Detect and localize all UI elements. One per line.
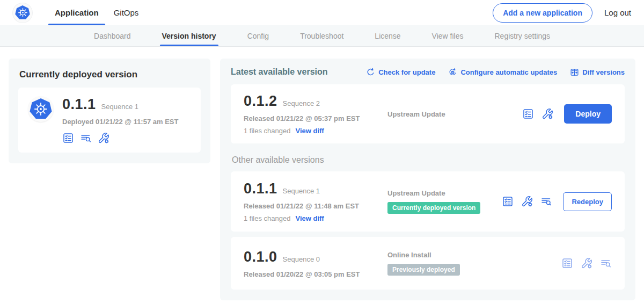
tab-gitops[interactable]: GitOps [106, 0, 147, 25]
diff-log-icon[interactable] [540, 196, 552, 207]
deployed-version-info: 0.1.1 Sequence 1 Deployed 01/21/22 @ 11:… [62, 96, 178, 144]
subnav-label: Troubleshoot [300, 32, 343, 40]
deployed-timestamp: Deployed 01/21/22 @ 11:57 am EST [62, 118, 178, 126]
version-card-0-1-1: 0.1.1 Sequence 1 Released 01/21/22 @ 11:… [231, 171, 625, 232]
subnav-label: View files [432, 32, 464, 40]
version-number: 0.1.2 [244, 93, 277, 110]
version-actions [561, 257, 612, 269]
source-label: Upstream Update [387, 110, 445, 118]
subnav-tab-dashboard[interactable]: Dashboard [94, 25, 131, 46]
main-content: Currently deployed version 0.1.1 Sequenc… [0, 47, 644, 303]
released-timestamp: Released 01/21/22 @ 05:37 pm EST [244, 114, 387, 122]
subnav-tab-view-files[interactable]: View files [432, 25, 464, 46]
diff-versions-label: Diff versions [582, 68, 625, 76]
subnav-tab-version-history[interactable]: Version history [162, 25, 216, 46]
subnav-tab-troubleshoot[interactable]: Troubleshoot [300, 25, 343, 46]
subnav-label: Config [247, 32, 269, 40]
subnav-label: License [375, 32, 400, 40]
schedule-refresh-icon [448, 68, 457, 77]
deployed-version-card: 0.1.1 Sequence 1 Deployed 01/21/22 @ 11:… [18, 88, 201, 153]
currently-deployed-badge: Currently deployed version [387, 202, 480, 214]
tab-application[interactable]: Application [47, 0, 106, 25]
other-versions-title: Other available versions [232, 155, 625, 165]
released-timestamp: Released 01/20/22 @ 03:05 pm EST [244, 270, 387, 278]
checklist-icon[interactable] [561, 257, 573, 269]
version-source: Upstream Update [387, 110, 522, 118]
version-source: Online Install Previously deployed [387, 251, 561, 276]
version-card-0-1-0: 0.1.0 Sequence 0 Released 01/20/22 @ 03:… [231, 237, 625, 290]
configure-updates-label: Configure automatic updates [460, 68, 557, 76]
version-info: 0.1.0 Sequence 0 Released 01/20/22 @ 03:… [244, 249, 387, 278]
available-panel-header: Latest available version Check for updat… [231, 67, 625, 77]
app-subnav: Dashboard Version history Config Trouble… [0, 25, 644, 47]
config-wrench-icon[interactable] [521, 196, 533, 207]
header-actions: Check for update Configure automatic upd… [366, 68, 625, 77]
subnav-label: Version history [162, 32, 216, 40]
kubernetes-logo [13, 3, 32, 23]
tab-gitops-label: GitOps [114, 8, 139, 17]
checklist-icon[interactable] [522, 108, 534, 120]
deployed-action-icons [62, 132, 178, 144]
files-changed-label: 1 files changed [244, 127, 290, 135]
app-logo [28, 96, 54, 122]
top-tabs: Application GitOps [47, 0, 146, 25]
source-label: Online Install [387, 251, 431, 259]
deployed-version-number: 0.1.1 [62, 96, 96, 113]
deployed-sequence: Sequence 1 [101, 103, 138, 111]
currently-deployed-panel: Currently deployed version 0.1.1 Sequenc… [9, 59, 210, 163]
diff-log-icon[interactable] [600, 257, 612, 269]
version-info: 0.1.1 Sequence 1 Released 01/21/22 @ 11:… [244, 181, 387, 222]
version-actions: Redeploy [502, 192, 612, 211]
latest-available-title: Latest available version [231, 67, 328, 77]
checklist-icon[interactable] [62, 132, 74, 144]
version-card-0-1-2: 0.1.2 Sequence 2 Released 01/21/22 @ 05:… [231, 84, 625, 143]
files-changed-label: 1 files changed [244, 214, 290, 222]
refresh-icon [366, 68, 375, 77]
configure-automatic-updates-link[interactable]: Configure automatic updates [448, 68, 557, 77]
version-info: 0.1.2 Sequence 2 Released 01/21/22 @ 05:… [244, 93, 387, 135]
config-wrench-icon[interactable] [581, 257, 592, 269]
subnav-tab-config[interactable]: Config [247, 25, 269, 46]
subnav-tab-license[interactable]: License [375, 25, 400, 46]
version-sequence: Sequence 2 [283, 99, 320, 107]
checklist-icon[interactable] [502, 196, 514, 207]
version-number: 0.1.0 [244, 249, 277, 265]
subnav-tab-registry-settings[interactable]: Registry settings [495, 25, 550, 46]
kubernetes-helm-icon [30, 98, 52, 120]
diff-versions-icon [570, 68, 579, 77]
deploy-button[interactable]: Deploy [564, 104, 612, 124]
subnav-label: Dashboard [94, 32, 131, 40]
diff-log-icon[interactable] [80, 132, 92, 144]
view-diff-link[interactable]: View diff [295, 127, 324, 135]
previously-deployed-badge: Previously deployed [387, 264, 460, 276]
config-wrench-icon[interactable] [541, 108, 553, 120]
released-timestamp: Released 01/21/22 @ 11:48 am EST [244, 202, 387, 210]
version-actions: Deploy [522, 104, 612, 124]
check-for-update-link[interactable]: Check for update [366, 68, 435, 77]
version-sequence: Sequence 0 [283, 255, 320, 263]
deployed-panel-title: Currently deployed version [18, 68, 201, 80]
diff-versions-link[interactable]: Diff versions [570, 68, 625, 77]
config-wrench-icon[interactable] [98, 132, 109, 144]
version-number: 0.1.1 [244, 181, 277, 197]
version-sequence: Sequence 1 [283, 187, 320, 195]
subnav-label: Registry settings [495, 32, 550, 40]
kubernetes-helm-icon [15, 5, 30, 20]
logout-button[interactable]: Log out [604, 8, 631, 17]
redeploy-button[interactable]: Redeploy [563, 192, 612, 211]
topbar-right: Add a new application Log out [493, 3, 631, 23]
view-diff-link[interactable]: View diff [295, 214, 324, 222]
version-source: Upstream Update Currently deployed versi… [387, 189, 502, 214]
add-application-button[interactable]: Add a new application [493, 3, 592, 23]
check-for-update-label: Check for update [378, 68, 435, 76]
source-label: Upstream Update [387, 189, 445, 197]
topbar: Application GitOps Add a new application… [0, 0, 644, 25]
available-versions-panel: Latest available version Check for updat… [220, 59, 635, 300]
tab-application-label: Application [55, 8, 99, 17]
